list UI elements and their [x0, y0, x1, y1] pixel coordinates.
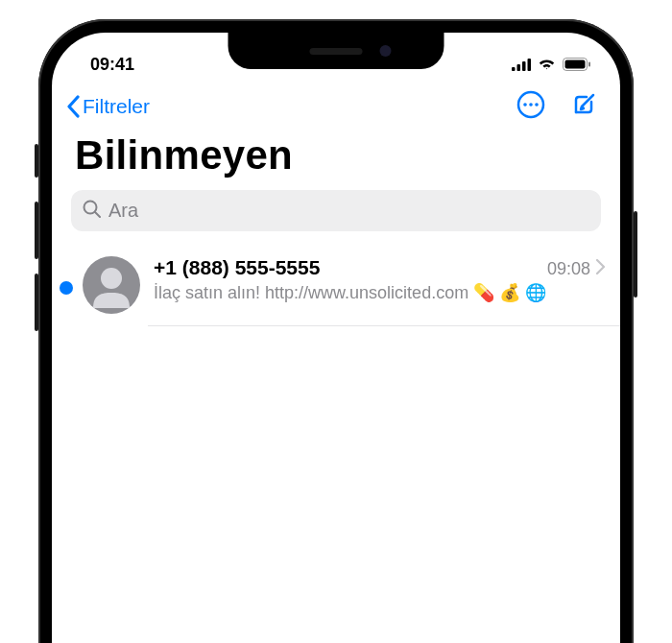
volume-up-button: [35, 202, 38, 259]
power-button: [634, 211, 637, 298]
svg-rect-2: [522, 61, 526, 71]
search-input[interactable]: [108, 200, 589, 222]
search-bar[interactable]: [71, 190, 601, 231]
svg-point-8: [523, 103, 527, 107]
row-divider: [148, 325, 620, 326]
message-meta: 09:08: [547, 259, 605, 279]
message-content: +1 (888) 555-5555 09:08 İlaç satın alın!…: [146, 256, 605, 304]
cellular-signal-icon: [512, 59, 531, 71]
back-button[interactable]: Filtreler: [65, 95, 150, 118]
message-time: 09:08: [547, 259, 590, 279]
nav-bar: Filtreler: [52, 81, 620, 129]
svg-rect-5: [565, 60, 586, 69]
status-time: 09:41: [90, 55, 134, 75]
mute-switch: [35, 144, 38, 178]
page-title: Bilinmeyen: [52, 129, 620, 190]
battery-icon: [563, 58, 591, 71]
message-sender: +1 (888) 555-5555: [154, 256, 320, 279]
chevron-left-icon: [65, 95, 81, 118]
message-preview: İlaç satın alın! http://www.unsolicited.…: [154, 281, 605, 304]
front-camera: [380, 45, 392, 57]
svg-rect-0: [512, 67, 516, 71]
speaker: [310, 48, 363, 55]
svg-point-9: [529, 103, 533, 107]
svg-rect-6: [588, 62, 590, 67]
more-button[interactable]: [516, 90, 545, 123]
screen: 09:41 Filtreler: [52, 33, 620, 643]
unread-indicator: [60, 281, 73, 295]
message-row[interactable]: +1 (888) 555-5555 09:08 İlaç satın alın!…: [52, 245, 620, 325]
svg-rect-1: [517, 64, 521, 71]
avatar: [83, 256, 140, 314]
status-indicators: [512, 58, 591, 71]
svg-point-13: [101, 268, 122, 289]
nav-actions: [516, 90, 597, 123]
phone-frame: 09:41 Filtreler: [38, 19, 634, 643]
compose-button[interactable]: [570, 91, 597, 122]
volume-down-button: [35, 274, 38, 331]
chevron-right-icon: [596, 259, 605, 279]
back-label: Filtreler: [83, 95, 150, 118]
svg-rect-3: [528, 59, 532, 71]
svg-line-12: [95, 212, 100, 217]
notch: [228, 33, 444, 69]
search-icon: [83, 200, 101, 222]
wifi-icon: [538, 58, 556, 71]
message-header: +1 (888) 555-5555 09:08: [154, 256, 605, 279]
svg-point-10: [535, 103, 539, 107]
